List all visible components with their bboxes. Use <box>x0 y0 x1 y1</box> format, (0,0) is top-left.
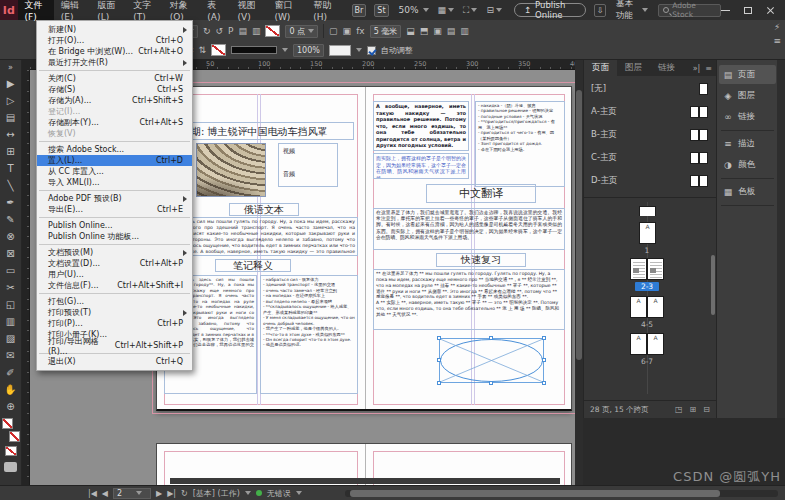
spread-6-7-label[interactable]: 6-7 <box>630 357 664 366</box>
page-tool-icon[interactable]: ▤ <box>0 109 22 126</box>
opacity-field[interactable]: 100% <box>293 44 324 57</box>
stroke-none-swatch[interactable] <box>211 44 226 56</box>
new-spread-icon[interactable]: ⊞ <box>690 405 697 414</box>
vertical-ruler[interactable] <box>22 70 30 485</box>
align-icon[interactable]: ▤ <box>238 27 247 36</box>
menu-item-place-from-cc[interactable]: 从 CC 库置入... <box>37 166 192 177</box>
selection-handle[interactable] <box>437 358 441 362</box>
screen-mode-dropdown[interactable]: ⛶ <box>463 5 477 16</box>
ellipse-frame-tool-icon[interactable]: ⊗ <box>0 228 22 245</box>
distribute-icon[interactable]: ▥ <box>252 27 261 36</box>
edit-page-size-icon[interactable]: ◳ <box>675 405 683 414</box>
corner-shape-icon[interactable]: ▣ <box>343 27 352 36</box>
first-page-button[interactable]: |◀ <box>88 489 97 498</box>
blue-chinese-frame[interactable]: 而实际上，拥有这样的罩子是个明智的决定，因为如果经常骑车，这个罩子一定会在防晒、… <box>373 153 469 179</box>
content-collector-tool-icon[interactable]: ⊞ <box>0 143 22 160</box>
corner-size-field[interactable]: 5 毫米 <box>370 25 402 38</box>
master-page-thumbnail[interactable] <box>699 129 708 141</box>
pages-scrollbar-thumb[interactable] <box>711 255 715 315</box>
master-none-row[interactable]: [无] <box>584 78 716 100</box>
refresh-icon[interactable]: ↻ <box>181 489 188 498</box>
eyedropper-tool-icon[interactable]: ✐ <box>0 364 22 381</box>
stroke-style-preview[interactable] <box>231 46 277 54</box>
fill-stroke-indicator[interactable] <box>2 418 20 442</box>
master-page-thumbnail[interactable] <box>699 152 708 164</box>
spread-2-3-label[interactable]: 2-3 <box>635 282 659 291</box>
page-6-thumbnail[interactable]: A <box>630 333 647 355</box>
fill-swatch-none[interactable] <box>2 418 13 429</box>
menu-item-export[interactable]: 导出(E)...Ctrl+E <box>37 204 192 215</box>
maximize-icon[interactable] <box>744 7 752 14</box>
effects-fx-icon[interactable]: fx <box>356 27 365 36</box>
fit-fill-icon[interactable]: ▣ <box>433 27 442 36</box>
dock-item-stroke[interactable]: ≡ 描边 <box>719 134 776 153</box>
menu-item-new[interactable]: 新建(N) <box>37 24 192 35</box>
master-page-thumbnail[interactable] <box>690 129 699 141</box>
selection-handle[interactable] <box>437 381 441 385</box>
menu-item-open-recent[interactable]: 最近打开文件(R) <box>37 57 192 68</box>
master-page-thumbnail[interactable] <box>690 152 699 164</box>
fit-frame-icon[interactable]: ⬒ <box>420 27 429 36</box>
fill-none-swatch[interactable] <box>265 25 280 37</box>
flip-vertical-icon[interactable]: ⇅ <box>198 46 206 55</box>
collapse-panel-icon[interactable]: » <box>0 60 22 75</box>
menu-item-print-presets[interactable]: 打印预设(T) <box>37 307 192 318</box>
page-3-thumbnail[interactable] <box>647 258 664 280</box>
note-tool-icon[interactable]: ✉ <box>0 347 22 364</box>
menu-item-import-xml[interactable]: 导入 XML(I)... <box>37 177 192 188</box>
workspace-switcher[interactable]: 基本功能 <box>616 0 648 22</box>
menu-item-exit[interactable]: 退出(X)Ctrl+Q <box>37 356 192 367</box>
chinese-heading-frame[interactable]: 中文翻译 <box>426 184 536 203</box>
horizontal-scrollbar[interactable] <box>345 490 778 497</box>
gap-tool-icon[interactable]: ↔ <box>0 126 22 143</box>
minimize-icon[interactable] <box>721 10 730 11</box>
menu-object[interactable]: 对象(O) <box>163 0 201 20</box>
stock-icon[interactable]: St <box>374 4 388 17</box>
arrange-documents-dropdown[interactable]: ⊟ <box>486 5 502 15</box>
page-thumbnail-partial[interactable] <box>639 206 656 216</box>
download-icon[interactable]: ⇩ <box>594 4 606 17</box>
gradient-swatch-tool-icon[interactable]: ▥ <box>0 313 22 330</box>
line-tool-icon[interactable]: ╲ <box>0 177 22 194</box>
media-frame[interactable]: 视频 音频 <box>278 143 338 187</box>
page-7-thumbnail[interactable]: A <box>647 333 664 355</box>
horizontal-scrollbar-thumb[interactable] <box>350 490 720 497</box>
tab-layers[interactable]: 图层 <box>617 60 650 76</box>
prev-page-button[interactable]: ◀ <box>102 489 108 498</box>
fit-content-icon[interactable]: ⬓ <box>406 27 415 36</box>
menu-item-file-info[interactable]: 文件信息(F)...Ctrl+Alt+Shift+I <box>37 280 192 291</box>
bold-russian-frame[interactable]: А вообще, наверное, иметь такую накидку … <box>373 101 469 151</box>
dock-item-color[interactable]: ◑ 颜色 <box>719 155 776 174</box>
delete-page-icon[interactable]: ⊟ <box>703 405 710 414</box>
menu-item-publish-online[interactable]: Publish Online... <box>37 220 192 231</box>
rotate-ccw-icon[interactable]: ↺ <box>215 27 223 36</box>
spread-2-3[interactable]: 期: 博主锐评中国电动车挡风罩 视频 音频 俄语文本 шись здесь си… <box>156 86 572 411</box>
scissors-tool-icon[interactable]: ✂ <box>0 279 22 296</box>
menu-item-print[interactable]: 打印(P)...Ctrl+P <box>37 318 192 329</box>
vertical-scrollbar-thumb[interactable] <box>576 90 582 360</box>
selection-handle[interactable] <box>542 381 546 385</box>
spread-4-5-partial[interactable] <box>156 443 572 485</box>
menu-item-browse-bridge[interactable]: 在 Bridge 中浏览(W)...Ctrl+Alt+O <box>37 46 192 57</box>
master-b-row[interactable]: B-主页 <box>584 124 716 146</box>
russian-heading-frame[interactable]: 俄语文本 <box>229 203 299 216</box>
master-page-thumbnail[interactable] <box>690 175 699 187</box>
apply-none-swatch[interactable] <box>5 446 17 456</box>
menu-type[interactable]: 文字(T) <box>126 0 162 20</box>
tab-pages[interactable]: 页面 <box>584 60 617 76</box>
menu-item-close[interactable]: 关闭(C)Ctrl+W <box>37 73 192 84</box>
menu-item-publish-dashboard[interactable]: Publish Online 功能板... <box>37 231 192 242</box>
view-options-dropdown[interactable]: ▦ <box>438 5 455 15</box>
pencil-tool-icon[interactable]: ✎ <box>0 211 22 228</box>
dock-item-layers[interactable]: ◈ 图层 <box>719 86 776 105</box>
type-tool-icon[interactable]: T <box>0 160 22 177</box>
collapse-panel-icon[interactable]: »| <box>693 64 701 73</box>
bridge-icon[interactable]: Br <box>352 4 367 17</box>
panel-menu-icon[interactable]: ≡ <box>705 64 712 73</box>
dock-item-swatches[interactable]: ▦ 色板 <box>719 182 776 201</box>
rotate-cw-icon[interactable]: ↻ <box>203 27 211 36</box>
corner-options-icon[interactable]: ▢ <box>329 27 338 36</box>
page-2-thumbnail[interactable] <box>630 258 647 280</box>
selection-handle[interactable] <box>542 336 546 340</box>
master-page-thumbnail[interactable] <box>699 175 708 187</box>
